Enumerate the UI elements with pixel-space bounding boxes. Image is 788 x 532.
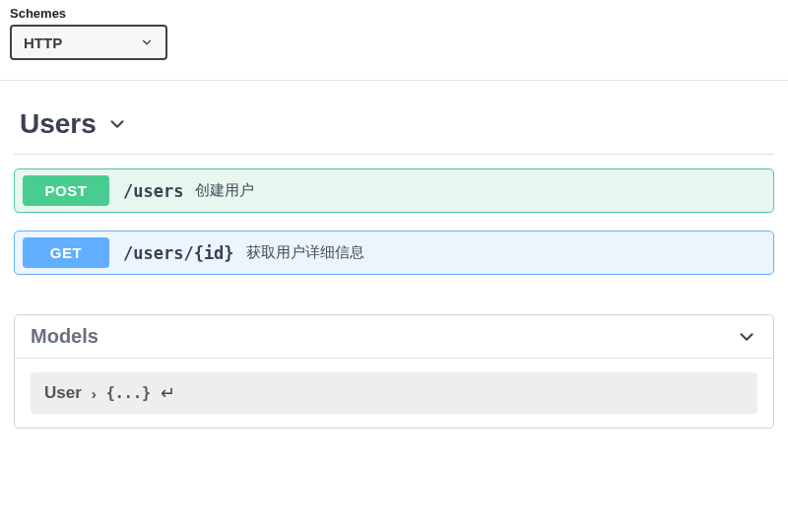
chevron-down-icon — [140, 35, 154, 49]
tag-name: Users — [20, 108, 97, 140]
operation-post-users[interactable]: POST /users 创建用户 — [14, 168, 774, 213]
models-section: Models User › {...} ↵ — [14, 314, 774, 429]
schemes-section: Schemes HTTP — [0, 0, 788, 80]
operation-path: /users/{id} — [123, 243, 234, 263]
tag-users-header[interactable]: Users — [14, 100, 774, 155]
operation-summary: 创建用户 — [195, 181, 254, 200]
chevron-down-icon — [106, 113, 128, 135]
enter-icon: ↵ — [161, 382, 175, 404]
operation-get-users-id[interactable]: GET /users/{id} 获取用户详细信息 — [14, 231, 774, 275]
models-title: Models — [31, 325, 98, 348]
schemes-label: Schemes — [10, 6, 778, 21]
chevron-down-icon — [736, 326, 757, 348]
schemes-select[interactable]: HTTP — [10, 25, 167, 60]
main-content: Users POST /users 创建用户 GET /users/{id} 获… — [0, 81, 788, 438]
model-user[interactable]: User › {...} ↵ — [31, 372, 757, 414]
chevron-right-icon: › — [92, 385, 97, 402]
model-collapsed-braces: {...} — [106, 384, 151, 402]
operation-path: /users — [123, 181, 183, 201]
models-header[interactable]: Models — [15, 315, 773, 359]
operation-summary: 获取用户详细信息 — [246, 243, 364, 262]
schemes-selected-value: HTTP — [24, 34, 62, 51]
method-badge: POST — [23, 175, 109, 206]
method-badge: GET — [23, 237, 109, 268]
operation-list: POST /users 创建用户 GET /users/{id} 获取用户详细信… — [14, 155, 774, 275]
model-name: User — [44, 383, 82, 403]
